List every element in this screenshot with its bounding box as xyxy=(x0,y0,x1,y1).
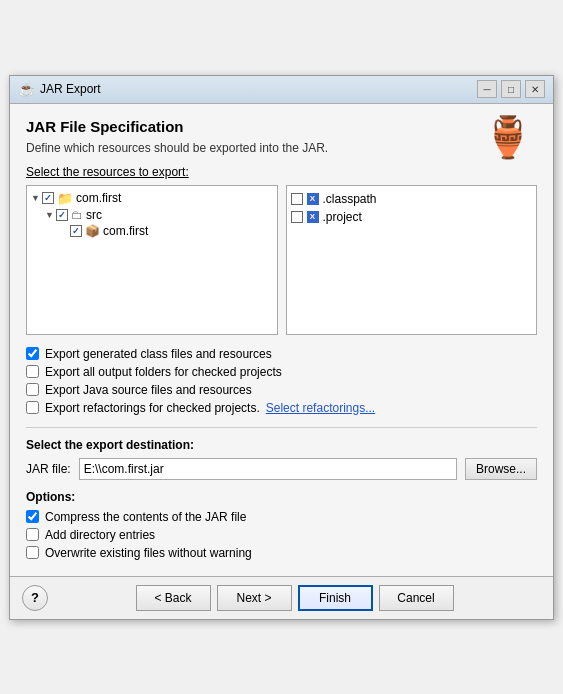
window-title: JAR Export xyxy=(40,82,477,96)
close-button[interactable]: ✕ xyxy=(525,80,545,98)
compress-option-row-2[interactable]: Add directory entries xyxy=(26,526,537,544)
browse-button[interactable]: Browse... xyxy=(465,458,537,480)
option-row-4[interactable]: Export refactorings for checked projects… xyxy=(26,399,537,417)
checkbox-export-refactoring[interactable] xyxy=(26,401,39,414)
option-label-3: Export Java source files and resources xyxy=(45,383,252,397)
select-refactorings-link[interactable]: Select refactorings... xyxy=(266,401,375,415)
label-classpath: .classpath xyxy=(323,192,377,206)
footer-buttons: < Back Next > Finish Cancel xyxy=(48,585,541,611)
title-bar: ☕ JAR Export ─ □ ✕ xyxy=(10,76,553,104)
option-label-2: Export all output folders for checked pr… xyxy=(45,365,282,379)
jar-file-input[interactable] xyxy=(79,458,457,480)
checkbox-export-class[interactable] xyxy=(26,347,39,360)
checkbox-directory[interactable] xyxy=(26,528,39,541)
package-icon: 📦 xyxy=(85,224,100,238)
resources-panel: ▼ 📁 com.first ▼ 🗀 src xyxy=(26,185,537,335)
compress-option-label-2: Add directory entries xyxy=(45,528,155,542)
right-item-project[interactable]: X .project xyxy=(291,208,533,226)
window-controls: ─ □ ✕ xyxy=(477,80,545,98)
checkbox-export-source[interactable] xyxy=(26,383,39,396)
cancel-button[interactable]: Cancel xyxy=(379,585,454,611)
footer-left: ? xyxy=(22,585,48,611)
options-label: Options: xyxy=(26,490,537,504)
jar-file-label: JAR file: xyxy=(26,462,71,476)
checkbox-export-output[interactable] xyxy=(26,365,39,378)
checkbox-compress[interactable] xyxy=(26,510,39,523)
checkbox-overwrite[interactable] xyxy=(26,546,39,559)
main-content: 🏺 JAR File Specification Define which re… xyxy=(10,104,553,576)
option-label-4: Export refactorings for checked projects… xyxy=(45,401,260,415)
next-button[interactable]: Next > xyxy=(217,585,292,611)
option-row-3[interactable]: Export Java source files and resources xyxy=(26,381,537,399)
tree-label-src: src xyxy=(86,208,102,222)
label-dotproject: .project xyxy=(323,210,362,224)
tree-label-comfirst-project: com.first xyxy=(76,191,121,205)
destination-section: Select the export destination: JAR file:… xyxy=(26,438,537,480)
option-row-1[interactable]: Export generated class files and resourc… xyxy=(26,345,537,363)
page-subtitle: Define which resources should be exporte… xyxy=(26,141,537,155)
compress-option-label-1: Compress the contents of the JAR file xyxy=(45,510,246,524)
src-folder-icon: 🗀 xyxy=(71,208,83,222)
tree-item-project[interactable]: ▼ 📁 com.first xyxy=(31,190,273,207)
jar-file-row: JAR file: Browse... xyxy=(26,458,537,480)
tree-panel[interactable]: ▼ 📁 com.first ▼ 🗀 src xyxy=(26,185,278,335)
checkbox-comfirst-project[interactable] xyxy=(42,192,54,204)
export-options-section: Export generated class files and resourc… xyxy=(26,345,537,417)
minimize-button[interactable]: ─ xyxy=(477,80,497,98)
right-panel[interactable]: X .classpath X .project xyxy=(286,185,538,335)
maximize-button[interactable]: □ xyxy=(501,80,521,98)
option-row-2[interactable]: Export all output folders for checked pr… xyxy=(26,363,537,381)
header-area: 🏺 JAR File Specification Define which re… xyxy=(26,118,537,155)
option-label-1: Export generated class files and resourc… xyxy=(45,347,272,361)
window-icon: ☕ xyxy=(18,81,34,97)
divider-1 xyxy=(26,427,537,428)
compress-options-section: Options: Compress the contents of the JA… xyxy=(26,490,537,562)
compress-option-label-3: Overwrite existing files without warning xyxy=(45,546,252,560)
finish-button[interactable]: Finish xyxy=(298,585,373,611)
x-icon-project: X xyxy=(307,211,319,223)
checkbox-classpath[interactable] xyxy=(291,193,303,205)
tree-item-comfirst-pkg[interactable]: 📦 com.first xyxy=(59,223,273,239)
x-icon-classpath: X xyxy=(307,193,319,205)
help-button[interactable]: ? xyxy=(22,585,48,611)
back-button[interactable]: < Back xyxy=(136,585,211,611)
tree-label-comfirst-pkg: com.first xyxy=(103,224,148,238)
footer: ? < Back Next > Finish Cancel xyxy=(10,576,553,619)
destination-label: Select the export destination: xyxy=(26,438,537,452)
right-item-classpath[interactable]: X .classpath xyxy=(291,190,533,208)
compress-option-row-3[interactable]: Overwrite existing files without warning xyxy=(26,544,537,562)
project-folder-icon: 📁 xyxy=(57,191,73,206)
checkbox-comfirst-pkg[interactable] xyxy=(70,225,82,237)
page-title: JAR File Specification xyxy=(26,118,537,135)
jar-image-icon: 🏺 xyxy=(483,114,533,161)
tree-item-src[interactable]: ▼ 🗀 src xyxy=(45,207,273,223)
checkbox-dotproject[interactable] xyxy=(291,211,303,223)
checkbox-src[interactable] xyxy=(56,209,68,221)
resources-label: Select the resources to export: xyxy=(26,165,537,179)
arrow-icon-2: ▼ xyxy=(45,210,53,220)
compress-option-row-1[interactable]: Compress the contents of the JAR file xyxy=(26,508,537,526)
resources-section: Select the resources to export: ▼ 📁 com.… xyxy=(26,165,537,335)
jar-export-window: ☕ JAR Export ─ □ ✕ 🏺 JAR File Specificat… xyxy=(9,75,554,620)
arrow-icon-1: ▼ xyxy=(31,193,39,203)
